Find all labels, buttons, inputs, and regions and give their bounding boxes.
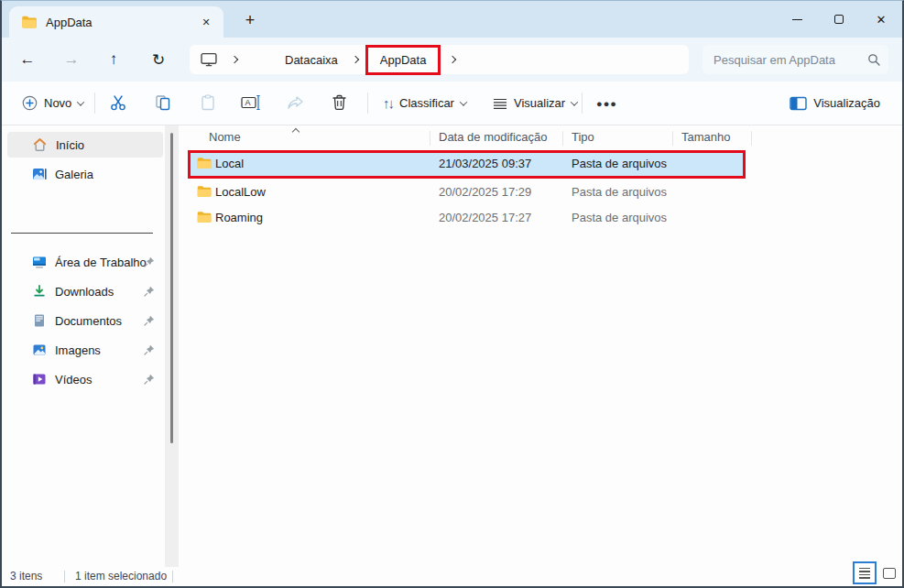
- navigation-bar: ← → ↑ ↻ Datacaixa AppData: [2, 38, 902, 82]
- delete-button[interactable]: [321, 87, 356, 118]
- command-toolbar: Novo A ↑↓ Classificar: [2, 82, 902, 125]
- desktop-icon: [32, 255, 47, 269]
- view-button[interactable]: Visualizar: [485, 89, 584, 117]
- sidebar-item-area-de-trabalho[interactable]: Área de Trabalho: [7, 249, 163, 275]
- sidebar-item-videos[interactable]: Vídeos: [7, 366, 163, 392]
- scrollbar-thumb[interactable]: [170, 133, 173, 443]
- toolbar-divider: [94, 93, 95, 114]
- tab-close-icon[interactable]: ✕: [198, 14, 214, 30]
- file-explorer-window: AppData ✕ + ✕ ← → ↑ ↻ Datacaixa AppData: [0, 0, 904, 588]
- sidebar-item-documentos[interactable]: Documentos: [7, 308, 163, 333]
- table-row-locallow[interactable]: LocalLow 20/02/2025 17:29 Pasta de arqui…: [191, 180, 743, 204]
- plus-circle-icon: [22, 95, 38, 111]
- breadcrumb-chevron-icon: [352, 56, 359, 63]
- chevron-down-icon: [77, 98, 84, 105]
- paste-button[interactable]: [191, 87, 225, 118]
- sidebar-separator: [11, 233, 153, 234]
- column-divider[interactable]: [430, 131, 430, 146]
- refresh-button[interactable]: ↻: [145, 46, 172, 73]
- pin-icon: [144, 256, 155, 267]
- status-divider: [172, 571, 173, 583]
- sidebar-item-label: Galeria: [55, 168, 93, 181]
- sidebar-item-inicio[interactable]: Início: [7, 132, 163, 158]
- pin-icon: [144, 344, 155, 355]
- breadcrumb-chevron-icon: [231, 56, 238, 63]
- sort-arrows-icon: ↑↓: [383, 95, 393, 111]
- forward-button[interactable]: →: [58, 46, 85, 73]
- column-divider[interactable]: [672, 131, 673, 146]
- search-box: [703, 45, 888, 74]
- home-icon: [32, 137, 48, 152]
- see-more-button[interactable]: ●●●: [589, 89, 625, 117]
- main-area: Início Galeria Área de Trabalho Download…: [2, 125, 902, 567]
- column-divider[interactable]: [751, 131, 752, 146]
- close-button[interactable]: ✕: [860, 1, 902, 38]
- column-header-modificacao[interactable]: Data de modificação: [439, 130, 548, 144]
- sort-button-label: Classificar: [399, 96, 454, 110]
- details-view-icon: [859, 568, 870, 570]
- file-type: Pasta de arquivos: [572, 211, 667, 224]
- rename-button[interactable]: A: [234, 87, 268, 118]
- tab-appdata[interactable]: AppData ✕: [9, 6, 223, 38]
- up-button[interactable]: ↑: [100, 46, 127, 73]
- trash-icon: [332, 94, 347, 111]
- sidebar-item-imagens[interactable]: Imagens: [7, 337, 163, 363]
- minimize-button[interactable]: [776, 1, 818, 38]
- toolbar-divider: [582, 93, 583, 114]
- preview-pane-icon: [790, 96, 807, 111]
- documents-icon: [32, 313, 47, 328]
- sidebar-item-label: Documentos: [55, 314, 122, 328]
- new-button-label: Novo: [44, 96, 71, 110]
- scissors-icon: [109, 94, 127, 111]
- sidebar-item-label: Área de Trabalho: [55, 256, 147, 269]
- status-bar: 3 itens 1 item selecionado: [2, 567, 902, 586]
- table-row-local[interactable]: Local 21/03/2025 09:37 Pasta de arquivos: [191, 153, 743, 176]
- maximize-icon: [834, 15, 844, 24]
- details-view-toggle[interactable]: [853, 561, 877, 584]
- sidebar-item-label: Imagens: [55, 343, 101, 357]
- search-input[interactable]: [703, 45, 864, 74]
- sidebar-item-label: Vídeos: [55, 373, 92, 387]
- file-name: Local: [215, 157, 244, 170]
- chevron-down-icon: [460, 98, 467, 105]
- breadcrumb-chevron-icon: [449, 56, 456, 63]
- pin-icon: [144, 374, 155, 385]
- sidebar-item-galeria[interactable]: Galeria: [7, 161, 163, 187]
- window-controls: ✕: [776, 1, 902, 38]
- column-divider[interactable]: [562, 131, 563, 146]
- folder-icon: [21, 16, 38, 28]
- share-button[interactable]: [278, 87, 312, 118]
- file-name: LocalLow: [215, 185, 266, 199]
- sort-button[interactable]: ↑↓ Classificar: [376, 89, 474, 117]
- paste-icon: [200, 94, 216, 111]
- back-button[interactable]: ←: [14, 46, 41, 73]
- view-button-label: Visualizar: [514, 96, 565, 110]
- thumbnail-view-toggle[interactable]: [879, 563, 899, 583]
- file-type: Pasta de arquivos: [572, 185, 667, 199]
- column-header-nome[interactable]: Nome: [209, 130, 241, 144]
- breadcrumb-item-datacaixa[interactable]: Datacaixa: [281, 53, 342, 67]
- table-row-roaming[interactable]: Roaming 20/02/2025 17:27 Pasta de arquiv…: [191, 206, 743, 230]
- sidebar-scrollbar[interactable]: [165, 125, 179, 567]
- file-name: Roaming: [215, 211, 263, 224]
- status-divider: [64, 571, 65, 583]
- sidebar-item-downloads[interactable]: Downloads: [7, 278, 163, 304]
- breadcrumb-item-appdata[interactable]: AppData: [365, 46, 441, 74]
- search-icon[interactable]: [867, 53, 880, 66]
- svg-text:A: A: [245, 98, 251, 107]
- this-pc-icon[interactable]: [201, 52, 217, 67]
- maximize-button[interactable]: [818, 1, 860, 38]
- copy-icon: [155, 94, 171, 111]
- new-tab-button[interactable]: +: [238, 8, 262, 32]
- copy-button[interactable]: [146, 87, 180, 118]
- pin-icon: [144, 315, 155, 326]
- new-button[interactable]: Novo: [15, 89, 91, 117]
- column-header-tamanho[interactable]: Tamanho: [681, 130, 730, 144]
- column-header-tipo[interactable]: Tipo: [572, 130, 594, 144]
- cut-button[interactable]: [101, 87, 136, 118]
- address-bar[interactable]: Datacaixa AppData: [190, 45, 689, 74]
- thumbnail-view-icon: [883, 568, 896, 579]
- preview-pane-button[interactable]: Visualização: [782, 89, 888, 117]
- sidebar-item-label: Downloads: [55, 285, 114, 299]
- folder-icon: [197, 185, 212, 198]
